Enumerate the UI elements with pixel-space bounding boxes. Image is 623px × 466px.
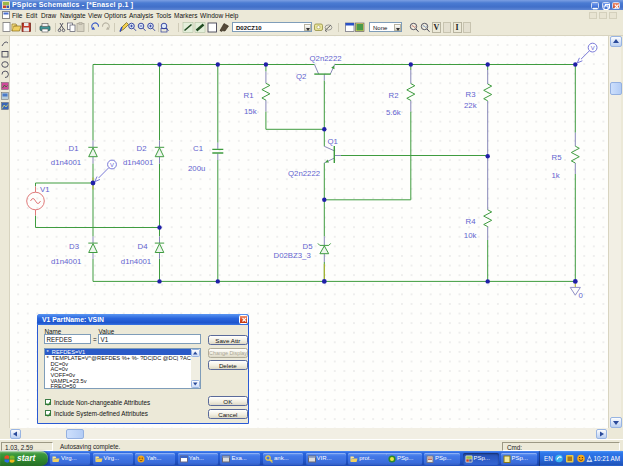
- svg-text:d1n4001: d1n4001: [51, 257, 81, 266]
- svg-text:D3: D3: [69, 242, 79, 251]
- svg-text:V: V: [110, 162, 114, 168]
- svg-text:200u: 200u: [188, 164, 205, 173]
- svg-text:1k: 1k: [552, 171, 560, 180]
- svg-text:Q2: Q2: [296, 72, 306, 81]
- svg-text:R5: R5: [552, 153, 563, 162]
- svg-text:0: 0: [579, 291, 584, 300]
- svg-text:R4: R4: [466, 217, 477, 226]
- svg-text:d1n4001: d1n4001: [123, 158, 153, 167]
- svg-text:D02BZ3_3: D02BZ3_3: [274, 251, 311, 260]
- svg-text:R2: R2: [389, 91, 399, 100]
- svg-text:d1n4001: d1n4001: [51, 158, 81, 167]
- svg-text:R1: R1: [244, 91, 254, 100]
- svg-text:V: V: [591, 45, 595, 51]
- svg-text:22k: 22k: [464, 101, 477, 110]
- svg-text:D4: D4: [138, 242, 149, 251]
- svg-text:C1: C1: [193, 144, 203, 153]
- svg-text:Q2n2222: Q2n2222: [288, 169, 320, 178]
- svg-text:D5: D5: [303, 242, 314, 251]
- svg-text:D1: D1: [69, 144, 79, 153]
- svg-text:Q1: Q1: [328, 137, 338, 146]
- svg-text:R3: R3: [466, 90, 476, 99]
- svg-text:15k: 15k: [244, 107, 257, 116]
- svg-text:d1n4001: d1n4001: [121, 257, 151, 266]
- svg-text:Q2n2222: Q2n2222: [310, 54, 342, 63]
- svg-text:V1: V1: [40, 185, 50, 194]
- svg-text:5.6k: 5.6k: [386, 108, 401, 117]
- svg-text:D2: D2: [137, 144, 147, 153]
- svg-text:10k: 10k: [464, 231, 477, 240]
